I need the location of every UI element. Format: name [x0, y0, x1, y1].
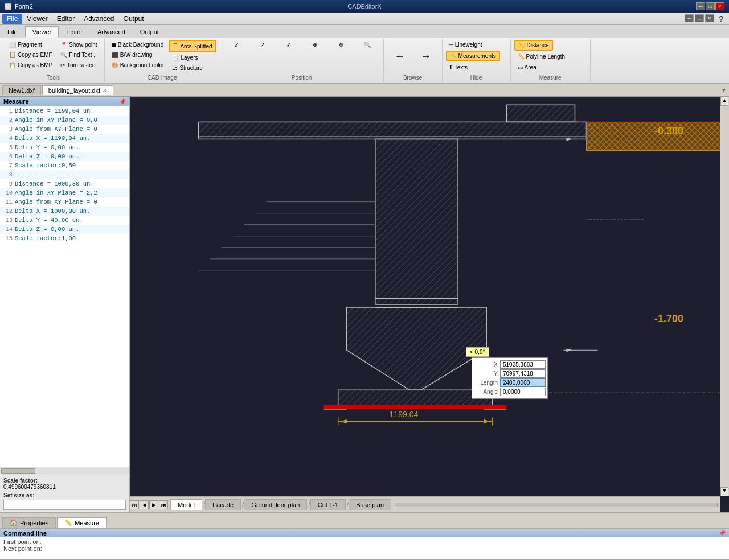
- copy-emf-button[interactable]: 📋 Copy as EMF: [6, 50, 56, 60]
- svg-rect-20: [324, 405, 507, 409]
- ribbon-tab-file[interactable]: File: [0, 26, 25, 38]
- ribbon-tab-advanced[interactable]: Advanced: [90, 26, 133, 38]
- browse-buttons: ← →: [387, 40, 439, 73]
- zoom-select-button[interactable]: 🔍: [355, 40, 380, 50]
- doc-tab-building[interactable]: building_layout.dxf ✕: [42, 85, 113, 95]
- scroll-track[interactable]: [720, 106, 729, 487]
- black-bg-button[interactable]: ◼ Black Background: [108, 40, 168, 50]
- ribbon-tab-viewer[interactable]: Viewer: [25, 26, 59, 38]
- bg-color-button[interactable]: 🎨 Background color: [108, 60, 168, 70]
- show-point-button[interactable]: 📍 Show point: [57, 40, 100, 50]
- measure-panel-pin[interactable]: 📌: [119, 98, 126, 105]
- copy-bmp-button[interactable]: 📋 Copy as BMP: [6, 60, 56, 70]
- measure-panel-header: Measure 📌: [0, 97, 129, 106]
- page-next-button[interactable]: ▶: [149, 500, 158, 509]
- measure-tab[interactable]: 📏 Measure: [57, 517, 107, 528]
- bw-drawing-button[interactable]: ⬛ B/W drawing: [108, 50, 168, 60]
- prev-button[interactable]: ←: [387, 49, 412, 64]
- menu-advanced[interactable]: Advanced: [79, 14, 118, 24]
- zoom-out-button[interactable]: ⊖: [329, 40, 354, 50]
- arrow-right-icon: ↗: [260, 42, 265, 48]
- scroll-up-button[interactable]: ▲: [720, 97, 728, 106]
- layers-button[interactable]: 📑 Layers: [169, 53, 216, 63]
- zoom-in-button[interactable]: ⊕: [302, 40, 327, 50]
- page-prev-button[interactable]: ◀: [140, 500, 149, 509]
- next-button[interactable]: →: [413, 49, 439, 64]
- maximize-button[interactable]: □: [706, 2, 715, 10]
- form-icon: ⬜: [5, 3, 11, 10]
- angle-input[interactable]: [500, 388, 546, 396]
- cad-buttons: ◼ Black Background ⬛ B/W drawing 🎨 Backg…: [108, 40, 216, 73]
- ribbon: File Viewer Editor Advanced Output ⬜ Fra…: [0, 25, 729, 84]
- page-tab-cut[interactable]: Cut 1-1: [310, 499, 346, 510]
- copy-bmp-icon: 📋: [9, 62, 16, 68]
- zoom-fit-button[interactable]: ⤢: [276, 40, 301, 50]
- tools-group-label: Tools: [6, 73, 101, 81]
- menu-close-button[interactable]: ✕: [705, 14, 714, 22]
- measure-list-item: 15Scale factor:1,00: [0, 234, 129, 243]
- tab-scroll-button[interactable]: ▼: [719, 87, 729, 93]
- canvas-area[interactable]: 1199,04: [130, 97, 729, 512]
- texts-button[interactable]: T Texts: [446, 63, 471, 72]
- menu-viewer[interactable]: Viewer: [22, 14, 52, 24]
- measure-list-item: 13Delta Y = 40,00 un.: [0, 216, 129, 225]
- arcs-splitted-button[interactable]: ⌒ Arcs Splitted: [169, 40, 216, 52]
- fragment-button[interactable]: ⬜ Fragment: [6, 40, 56, 50]
- menu-file[interactable]: File: [2, 14, 22, 24]
- trim-raster-icon: ✂: [60, 62, 65, 68]
- pos-arrow-left[interactable]: ↙: [224, 40, 249, 50]
- pos-arrow-right[interactable]: ↗: [250, 40, 275, 50]
- measurements-button[interactable]: 📏 Measurements: [446, 51, 500, 61]
- measure-tab-icon: 📏: [64, 519, 72, 526]
- area-button[interactable]: ▭ Area: [514, 63, 540, 72]
- page-tabs-bar: ⏮ ◀ ▶ ⏭ Model / Facade / Ground floor pl…: [130, 496, 720, 512]
- polyline-length-button[interactable]: 📏 Polyline Length: [514, 52, 568, 61]
- page-first-button[interactable]: ⏮: [130, 500, 139, 509]
- page-tab-ground[interactable]: Ground floor plan: [244, 499, 307, 510]
- find-text-button[interactable]: 🔍 Find Text ,: [57, 50, 100, 60]
- menubar: File Viewer Editor Advanced Output ─ □ ✕…: [0, 13, 729, 25]
- scroll-down-button[interactable]: ▼: [720, 487, 728, 496]
- scroll-thumb[interactable]: [1, 468, 35, 474]
- structure-button[interactable]: 🗂 Structure: [169, 63, 216, 73]
- measure-list-item: 2Angle in XY Plane = 0,0: [0, 116, 129, 125]
- page-scroll-bar[interactable]: [395, 503, 718, 507]
- length-input[interactable]: [500, 378, 546, 387]
- form-title: Form2: [15, 3, 33, 10]
- measure-panel-title: Measure: [3, 98, 29, 105]
- left-panel-bottom: Scale factor: 0,499600479360811 Set size…: [0, 475, 129, 512]
- page-last-button[interactable]: ⏭: [159, 500, 168, 509]
- doc-tab-new1[interactable]: New1.dxf: [2, 85, 41, 95]
- page-tab-facade[interactable]: Facade: [205, 499, 241, 510]
- lineweight-button[interactable]: ─ Lineweight: [446, 40, 486, 50]
- distance-button[interactable]: 📐 Distance: [514, 40, 553, 51]
- close-button[interactable]: ✕: [715, 2, 724, 10]
- command-line-content: First point on: Next point on:: [0, 537, 729, 553]
- menu-editor[interactable]: Editor: [52, 14, 79, 24]
- area-icon: ▭: [518, 64, 523, 71]
- cmd-pin-button[interactable]: 📌: [719, 530, 726, 537]
- page-tab-base[interactable]: Base plan: [349, 499, 391, 510]
- properties-tab[interactable]: 🏠 Properties: [2, 517, 56, 528]
- menu-min-button[interactable]: ─: [685, 14, 694, 22]
- horizontal-scrollbar[interactable]: [0, 467, 129, 475]
- layers-icon: 📑: [172, 55, 179, 61]
- ribbon-tab-editor[interactable]: Editor: [59, 26, 90, 38]
- dimension-text-1: -0.300: [654, 125, 683, 137]
- menu-output[interactable]: Output: [119, 14, 149, 24]
- menu-restore-button[interactable]: □: [695, 14, 704, 22]
- vertical-scrollbar[interactable]: ▲ ▼: [720, 97, 729, 496]
- svg-rect-19: [338, 390, 493, 407]
- help-button[interactable]: ?: [715, 14, 727, 23]
- measure-list-item: 5Delta Y = 0,00 un.: [0, 143, 129, 152]
- doc-tab-close-button[interactable]: ✕: [103, 88, 107, 93]
- set-size-input[interactable]: [3, 500, 126, 510]
- x-coord-input[interactable]: [500, 360, 546, 369]
- trim-raster-button[interactable]: ✂ Trim raster: [57, 60, 100, 70]
- minimize-button[interactable]: ─: [696, 2, 705, 10]
- page-tab-model[interactable]: Model: [170, 499, 202, 510]
- page-nav-buttons: ⏮ ◀ ▶ ⏭: [130, 500, 168, 509]
- y-coord-input[interactable]: [500, 369, 546, 378]
- ribbon-tab-output[interactable]: Output: [133, 26, 166, 38]
- window-controls: ─ □ ✕: [696, 2, 724, 10]
